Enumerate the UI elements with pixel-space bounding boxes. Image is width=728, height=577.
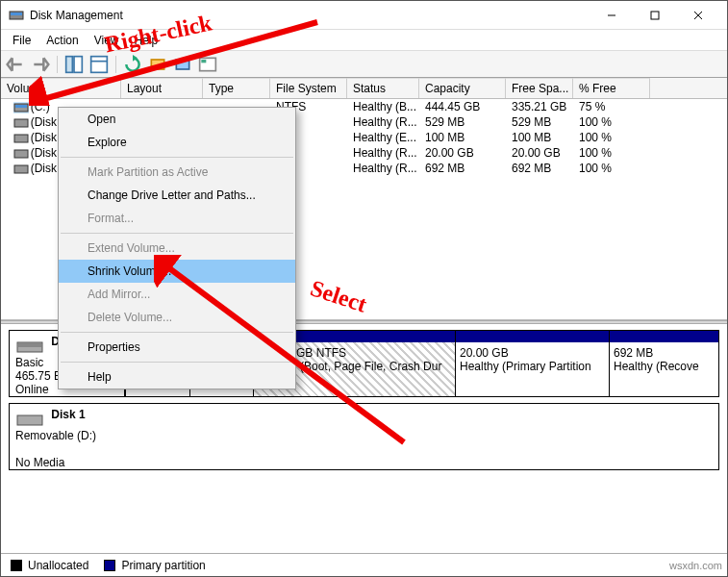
cell: 100 % (573, 115, 650, 129)
svg-rect-1 (11, 13, 22, 15)
volume-name: (Disk (31, 115, 57, 129)
volume-name: (Disk (31, 162, 57, 175)
disk-name: Disk 1 (51, 408, 85, 421)
cell: 529 MB (419, 115, 506, 129)
maximize-button[interactable] (633, 2, 676, 29)
cell: Healthy (R... (347, 115, 419, 129)
partition[interactable]: 20.00 GBHealthy (Primary Partition (455, 331, 609, 396)
svg-rect-22 (17, 415, 42, 425)
back-button[interactable] (5, 54, 26, 75)
cell: Healthy (R... (347, 146, 419, 160)
separator (61, 233, 293, 234)
ctx-explore[interactable]: Explore (59, 131, 295, 154)
cell: 75 % (573, 100, 650, 113)
disk-type: Basic (15, 356, 43, 369)
ctx-format: Format... (59, 207, 295, 230)
svg-rect-21 (18, 343, 41, 347)
cell: 529 MB (506, 115, 573, 129)
legend-swatch-unallocated (11, 560, 22, 571)
cell: 100 % (573, 162, 650, 175)
cell: 692 MB (419, 162, 506, 175)
cell: 20.00 GB (506, 146, 573, 160)
svg-rect-18 (14, 150, 28, 158)
drive-icon (13, 133, 29, 144)
disk-status: Online (15, 383, 49, 396)
cell: 444.45 GB (419, 100, 506, 113)
cell: 100 % (573, 131, 650, 144)
header-freespace[interactable]: Free Spa... (506, 78, 573, 98)
drive-icon (13, 148, 29, 160)
cell: 335.21 GB (506, 100, 573, 113)
disk-size: 465.75 (15, 369, 51, 383)
partition[interactable]: 692 MBHealthy (Recove (609, 331, 718, 396)
volume-name: (Disk (31, 146, 57, 160)
cell: 100 MB (419, 131, 506, 144)
ctx-change-letter[interactable]: Change Drive Letter and Paths... (59, 184, 295, 207)
svg-rect-15 (15, 105, 27, 108)
disk-status: No Media (15, 456, 64, 469)
svg-rect-19 (14, 165, 28, 173)
watermark: wsxdn.com (669, 560, 722, 571)
disk-icon (15, 408, 44, 429)
cell: 100 MB (506, 131, 573, 144)
cell: Healthy (R... (347, 162, 419, 175)
drive-icon (13, 163, 29, 175)
cell: Healthy (E... (347, 131, 419, 144)
header-status[interactable]: Status (347, 78, 419, 98)
ctx-open[interactable]: Open (59, 108, 295, 131)
svg-rect-16 (14, 119, 28, 127)
header-capacity[interactable]: Capacity (419, 78, 506, 98)
minimize-button[interactable] (590, 2, 633, 29)
header-percentfree[interactable]: % Free (573, 78, 650, 98)
legend-label: Primary partition (121, 559, 205, 572)
legend: Unallocated Primary partition (1, 553, 727, 576)
drive-icon (13, 117, 29, 129)
svg-rect-17 (14, 135, 28, 142)
removable-label: Removable (D:) (15, 429, 96, 442)
legend-label: Unallocated (28, 559, 88, 572)
cell: 100 % (573, 146, 650, 160)
disk-icon (15, 335, 44, 356)
cell: Healthy (B... (347, 100, 419, 113)
svg-line-24 (162, 263, 404, 442)
cell: 20.00 GB (419, 146, 506, 160)
ctx-mark-active: Mark Partition as Active (59, 161, 295, 184)
arrow-select (154, 255, 414, 447)
close-button[interactable] (676, 2, 719, 29)
cell: 692 MB (506, 162, 573, 175)
drive-icon (13, 102, 29, 113)
legend-swatch-primary (104, 560, 115, 571)
indent (7, 100, 13, 113)
app-icon (9, 8, 24, 23)
separator (61, 157, 293, 158)
volume-name: (Disk (31, 131, 57, 144)
svg-rect-3 (651, 12, 659, 19)
